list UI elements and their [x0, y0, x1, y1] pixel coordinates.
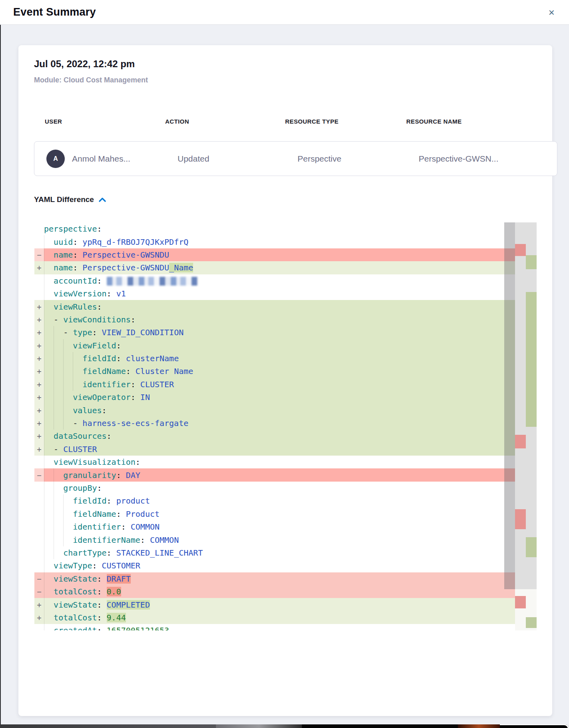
diff-gutter-sign: + — [34, 339, 44, 352]
event-summary-card: Jul 05, 2022, 12:42 pm Module: Cloud Cos… — [18, 45, 552, 716]
audit-table-row: A Anmol Mahes... Updated Perspective Per… — [34, 141, 557, 176]
diff-line: fieldName: Product — [34, 508, 537, 520]
indent-guide — [54, 339, 54, 352]
diff-line-added: + - viewConditions: — [34, 313, 537, 326]
diff-gutter-sign: + — [34, 417, 44, 430]
diff-word-highlight: _Name — [169, 263, 193, 272]
diff-scrollbar-slider[interactable] — [504, 222, 515, 589]
diff-gutter-sign: + — [34, 443, 44, 456]
diff-gutter-sign: − — [34, 248, 44, 261]
indent-guide — [44, 520, 44, 533]
diff-gutter-sign — [34, 482, 44, 494]
diff-overview-ruler — [515, 222, 537, 630]
diff-line: createdAt: 1657005121653 — [34, 624, 537, 630]
yaml-diff-viewer[interactable]: perspective: uuid: ypRq_d-fRBOJ7QJKxPDfr… — [34, 222, 537, 630]
event-timestamp: Jul 05, 2022, 12:42 pm — [34, 58, 135, 70]
chevron-up-icon[interactable] — [99, 197, 106, 202]
audit-table-header: USER ACTION RESOURCE TYPE RESOURCE NAME — [45, 118, 529, 125]
indent-guide — [44, 287, 44, 300]
diff-line-added: + viewField: — [34, 339, 537, 352]
indent-guide — [44, 624, 44, 630]
indent-guide — [54, 494, 54, 507]
diff-gutter-sign: + — [34, 430, 44, 442]
diff-line-added: + fieldName: Cluster Name — [34, 365, 537, 378]
indent-guide — [44, 572, 44, 585]
diff-line-added: + dataSources: — [34, 430, 537, 442]
window-left-edge — [0, 25, 1, 725]
indent-guide — [44, 417, 44, 430]
diff-gutter-sign: − — [34, 468, 44, 481]
indent-guide — [44, 482, 44, 494]
indent-guide — [44, 313, 44, 326]
indent-guide — [54, 352, 54, 365]
resource-type-value: Perspective — [297, 154, 419, 164]
indent-guide — [44, 598, 44, 611]
diff-line: accountId: — [34, 274, 537, 287]
indent-guide — [54, 404, 54, 416]
indent-guide — [63, 494, 64, 507]
indent-guide — [63, 339, 64, 352]
diff-line-added: + totalCost: 9.44 — [34, 611, 537, 624]
diff-gutter-sign: + — [34, 352, 44, 365]
indent-guide — [63, 365, 64, 378]
diff-gutter-sign — [34, 520, 44, 533]
indent-guide — [63, 533, 64, 546]
ruler-added-marker — [526, 537, 537, 557]
indent-guide — [44, 326, 44, 339]
close-icon[interactable]: × — [546, 6, 557, 18]
ruler-added-marker — [526, 292, 537, 427]
indent-guide — [44, 456, 44, 468]
ruler-removed-marker — [515, 435, 526, 448]
indent-guide — [54, 520, 54, 533]
diff-gutter-sign: + — [34, 300, 44, 313]
indent-guide — [73, 352, 73, 365]
indent-guide — [63, 378, 64, 391]
ruler-removed-marker — [515, 509, 526, 529]
diff-line-added: + viewOperator: IN — [34, 391, 537, 404]
page-title: Event Summary — [13, 6, 96, 18]
column-resource-name: RESOURCE NAME — [406, 118, 529, 125]
indent-guide — [54, 378, 54, 391]
diff-line: fieldId: product — [34, 494, 537, 507]
indent-guide — [44, 248, 44, 261]
column-user: USER — [45, 118, 165, 125]
ruler-added-marker — [526, 255, 537, 269]
indent-guide — [54, 508, 54, 520]
ruler-removed-marker — [515, 596, 526, 608]
diff-line: identifier: COMMON — [34, 520, 537, 533]
diff-line-added: + - CLUSTER — [34, 443, 537, 456]
action-value: Updated — [178, 154, 297, 164]
diff-line: chartType: STACKED_LINE_CHART — [34, 546, 537, 559]
edge-segment — [0, 724, 216, 728]
indent-guide — [54, 391, 54, 404]
indent-guide — [44, 261, 44, 274]
modal-header: Event Summary × — [0, 0, 569, 25]
indent-guide — [54, 468, 54, 481]
indent-guide — [54, 326, 54, 339]
indent-guide — [63, 508, 64, 520]
indent-guide — [54, 546, 54, 559]
diff-gutter-sign: + — [34, 365, 44, 378]
indent-guide — [73, 378, 73, 391]
indent-guide — [63, 520, 64, 533]
user-name: Anmol Mahes... — [72, 154, 130, 164]
diff-gutter-sign: + — [34, 378, 44, 391]
indent-guide — [44, 274, 44, 287]
indent-guide — [44, 300, 44, 313]
diff-gutter-sign — [34, 274, 44, 287]
yaml-difference-toggle[interactable]: YAML Difference — [34, 195, 106, 204]
diff-word-highlight: 0.0 — [107, 587, 121, 596]
diff-gutter-sign — [34, 456, 44, 468]
diff-line: viewVersion: v1 — [34, 287, 537, 300]
diff-line: viewType: CUSTOMER — [34, 559, 537, 572]
diff-gutter-sign — [34, 508, 44, 520]
diff-gutter-sign: + — [34, 404, 44, 416]
indent-guide — [44, 339, 44, 352]
indent-guide — [54, 365, 54, 378]
indent-guide — [44, 585, 44, 598]
column-resource-type: RESOURCE TYPE — [285, 118, 406, 125]
diff-gutter-sign — [34, 494, 44, 507]
diff-line-removed: − name: Perspective-GWSNDU — [34, 248, 537, 261]
diff-gutter-sign — [34, 235, 44, 248]
edge-segment — [458, 724, 500, 728]
